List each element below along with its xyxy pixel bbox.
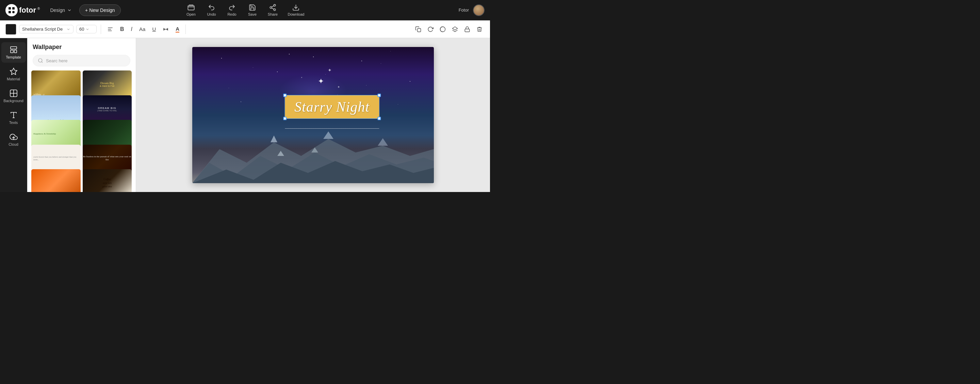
- template-item[interactable]: [83, 120, 132, 147]
- sparkle-tiny: ✦: [337, 85, 340, 89]
- svg-marker-32: [323, 131, 334, 139]
- mask-button[interactable]: [438, 25, 448, 34]
- svg-rect-18: [11, 47, 17, 49]
- right-format-tools: [413, 25, 485, 34]
- right-toolbar: Fotor: [459, 5, 485, 16]
- svg-marker-31: [270, 135, 277, 142]
- svg-line-27: [41, 62, 43, 63]
- rotate-button[interactable]: [425, 25, 436, 34]
- search-box[interactable]: [33, 55, 130, 66]
- template-item[interactable]: Dream Big & Dare to Fail: [83, 70, 132, 98]
- underline-button[interactable]: U: [150, 25, 158, 33]
- svg-marker-33: [378, 138, 388, 146]
- template-grid: withme · y Dream Big & Dare to Fail but …: [27, 70, 136, 192]
- top-nav: fotor ® Design + New Design Open Undo Re…: [0, 0, 490, 21]
- svg-marker-21: [10, 68, 17, 75]
- design-button[interactable]: Design: [47, 5, 75, 15]
- svg-rect-2: [8, 11, 11, 13]
- handle-top-left[interactable]: [283, 94, 286, 97]
- svg-point-3: [12, 11, 14, 13]
- svg-point-26: [38, 59, 42, 62]
- divider-2: [185, 24, 186, 34]
- duplicate-button[interactable]: [413, 25, 423, 34]
- logo-icon: [5, 4, 18, 16]
- user-avatar[interactable]: [473, 5, 485, 16]
- save-button[interactable]: Save: [243, 2, 261, 18]
- open-button[interactable]: Open: [182, 2, 200, 18]
- sidebar-item-material[interactable]: Material: [2, 64, 26, 84]
- mountains-layer: [192, 129, 434, 183]
- svg-rect-4: [188, 6, 194, 10]
- svg-line-9: [272, 6, 274, 7]
- fotor-username: Fotor: [459, 8, 469, 13]
- search-input[interactable]: [46, 58, 125, 63]
- redo-button[interactable]: Redo: [223, 2, 241, 18]
- svg-rect-1: [12, 7, 14, 10]
- format-bar: Shellahera Script De 60 B I Aa U A: [0, 21, 490, 38]
- undo-button[interactable]: Undo: [203, 2, 221, 18]
- sparkle-decoration: ✦: [318, 77, 324, 86]
- divider-1: [101, 24, 101, 34]
- template-panel: Wallpaper withme · y Dream Big & Dare to…: [27, 38, 136, 192]
- align-button[interactable]: [105, 25, 115, 34]
- lock-button[interactable]: [462, 25, 472, 34]
- layers-button[interactable]: [450, 25, 460, 34]
- template-item[interactable]: you're braver than you believe and stron…: [31, 145, 81, 172]
- template-item[interactable]: Be fearless in the pursuit of what sets …: [83, 145, 132, 172]
- template-item[interactable]: but you can do it: [31, 95, 81, 123]
- letter-spacing-button[interactable]: [161, 25, 171, 34]
- svg-rect-14: [417, 28, 421, 32]
- template-item[interactable]: Happiness & friendship: [31, 120, 81, 147]
- svg-rect-0: [8, 7, 11, 10]
- handle-top-right[interactable]: [377, 94, 381, 97]
- sidebar-item-background[interactable]: Background: [2, 86, 26, 106]
- svg-marker-16: [453, 27, 458, 30]
- delete-button[interactable]: [474, 25, 485, 34]
- text-selection-box: Starry Night: [285, 95, 379, 119]
- svg-point-5: [274, 5, 275, 6]
- font-size-aa-button[interactable]: Aa: [137, 25, 147, 33]
- search-icon: [38, 58, 43, 63]
- template-item[interactable]: [31, 169, 81, 192]
- canvas-text-element[interactable]: Starry Night: [285, 95, 379, 119]
- sidebar-item-cloud[interactable]: Cloud: [2, 129, 26, 150]
- svg-rect-19: [11, 50, 13, 53]
- main-content: Template Material Background Texts: [0, 38, 490, 192]
- svg-line-8: [272, 8, 274, 9]
- italic-button[interactable]: I: [129, 25, 134, 34]
- font-size-selector[interactable]: 60: [76, 25, 97, 33]
- bold-button[interactable]: B: [118, 25, 126, 34]
- handle-bottom-right[interactable]: [377, 117, 381, 120]
- font-color-button[interactable]: A: [173, 24, 181, 34]
- sparkle-small: ✦: [328, 67, 332, 73]
- panel-title: Wallpaper: [27, 38, 136, 55]
- text-color-picker[interactable]: [5, 24, 16, 35]
- logo-text: fotor: [19, 6, 36, 14]
- sidebar-item-texts[interactable]: Texts: [2, 108, 26, 128]
- handle-bottom-left[interactable]: [283, 117, 286, 120]
- center-toolbar: Open Undo Redo Save Share Download: [182, 2, 308, 18]
- template-item[interactable]: CoffeeALW AYSgood idea: [83, 169, 132, 192]
- sidebar-item-template[interactable]: Template: [2, 42, 26, 63]
- fotor-logo: fotor ®: [5, 4, 40, 16]
- svg-point-6: [270, 6, 272, 8]
- canvas-area: ✦ ✦ ✦ Starry Night: [136, 38, 490, 192]
- template-item[interactable]: withme · y: [31, 70, 81, 98]
- share-button[interactable]: Share: [264, 2, 282, 18]
- sidebar: Template Material Background Texts: [0, 38, 27, 192]
- svg-rect-17: [465, 29, 469, 32]
- template-item[interactable]: DREAM BIG | AND DARE TO FAIL: [83, 95, 132, 123]
- text-box: Starry Night: [285, 95, 379, 118]
- svg-point-7: [274, 9, 275, 11]
- font-family-selector[interactable]: Shellahera Script De: [19, 25, 73, 33]
- new-design-button[interactable]: + New Design: [79, 5, 121, 16]
- canvas-text[interactable]: Starry Night: [294, 99, 369, 115]
- download-button[interactable]: Download: [285, 2, 308, 18]
- svg-rect-20: [14, 50, 17, 53]
- design-canvas: ✦ ✦ ✦ Starry Night: [192, 47, 434, 183]
